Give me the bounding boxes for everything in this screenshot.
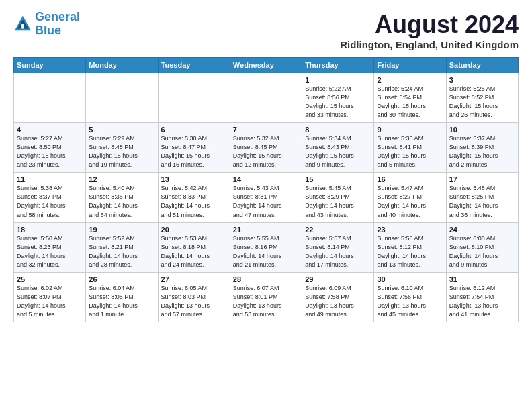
svg-rect-2	[21, 24, 24, 28]
day-number: 19	[89, 226, 154, 234]
calendar-table: SundayMondayTuesdayWednesdayThursdayFrid…	[13, 57, 519, 322]
calendar-cell: 13Sunrise: 5:42 AMSunset: 8:33 PMDayligh…	[158, 173, 230, 222]
month-title: August 2024	[340, 11, 519, 39]
calendar-cell: 19Sunrise: 5:52 AMSunset: 8:21 PMDayligh…	[86, 222, 158, 272]
day-info: Sunrise: 5:27 AMSunset: 8:50 PMDaylight:…	[17, 134, 83, 169]
calendar-cell: 18Sunrise: 5:50 AMSunset: 8:23 PMDayligh…	[14, 222, 86, 272]
day-info: Sunrise: 5:47 AMSunset: 8:27 PMDaylight:…	[377, 184, 443, 219]
day-number: 14	[233, 175, 299, 183]
day-number: 21	[233, 226, 299, 234]
week-row-3: 11Sunrise: 5:38 AMSunset: 8:37 PMDayligh…	[14, 173, 519, 222]
calendar-cell	[158, 73, 230, 123]
calendar-cell: 16Sunrise: 5:47 AMSunset: 8:27 PMDayligh…	[374, 173, 446, 222]
day-number: 31	[449, 275, 515, 283]
day-number: 2	[377, 76, 443, 84]
day-info: Sunrise: 5:24 AMSunset: 8:54 PMDaylight:…	[377, 85, 443, 120]
calendar-cell: 22Sunrise: 5:57 AMSunset: 8:14 PMDayligh…	[302, 222, 374, 272]
day-number: 23	[377, 226, 443, 234]
day-number: 13	[161, 175, 227, 183]
calendar-cell	[14, 73, 86, 123]
day-number: 26	[89, 275, 154, 283]
day-number: 11	[17, 175, 83, 183]
day-info: Sunrise: 5:52 AMSunset: 8:21 PMDaylight:…	[89, 234, 154, 269]
calendar-cell: 1Sunrise: 5:22 AMSunset: 8:56 PMDaylight…	[302, 73, 374, 123]
calendar-cell: 14Sunrise: 5:43 AMSunset: 8:31 PMDayligh…	[230, 173, 302, 222]
calendar-cell: 15Sunrise: 5:45 AMSunset: 8:29 PMDayligh…	[302, 173, 374, 222]
day-number: 6	[161, 126, 227, 134]
day-number: 12	[89, 175, 154, 183]
calendar-cell: 26Sunrise: 6:04 AMSunset: 8:05 PMDayligh…	[86, 272, 158, 322]
weekday-header-row: SundayMondayTuesdayWednesdayThursdayFrid…	[14, 58, 519, 73]
calendar-cell: 17Sunrise: 5:48 AMSunset: 8:25 PMDayligh…	[446, 173, 518, 222]
day-info: Sunrise: 6:05 AMSunset: 8:03 PMDaylight:…	[161, 284, 227, 319]
week-row-1: 1Sunrise: 5:22 AMSunset: 8:56 PMDaylight…	[14, 73, 519, 123]
weekday-header-tuesday: Tuesday	[158, 58, 230, 73]
calendar-cell: 10Sunrise: 5:37 AMSunset: 8:39 PMDayligh…	[446, 123, 518, 173]
weekday-header-saturday: Saturday	[446, 58, 518, 73]
logo: General Blue	[13, 11, 80, 38]
day-info: Sunrise: 5:42 AMSunset: 8:33 PMDaylight:…	[161, 184, 227, 219]
day-number: 28	[233, 275, 299, 283]
header: General Blue August 2024 Ridlington, Eng…	[13, 11, 519, 50]
day-number: 27	[161, 275, 227, 283]
week-row-4: 18Sunrise: 5:50 AMSunset: 8:23 PMDayligh…	[14, 222, 519, 272]
calendar-cell: 5Sunrise: 5:29 AMSunset: 8:48 PMDaylight…	[86, 123, 158, 173]
logo-text: General Blue	[35, 11, 80, 38]
calendar-cell: 29Sunrise: 6:09 AMSunset: 7:58 PMDayligh…	[302, 272, 374, 322]
calendar-cell	[86, 73, 158, 123]
day-number: 5	[89, 126, 154, 134]
calendar-cell	[230, 73, 302, 123]
calendar-cell: 23Sunrise: 5:58 AMSunset: 8:12 PMDayligh…	[374, 222, 446, 272]
day-info: Sunrise: 5:40 AMSunset: 8:35 PMDaylight:…	[89, 184, 154, 219]
logo-line2: Blue	[35, 24, 61, 37]
week-row-5: 25Sunrise: 6:02 AMSunset: 8:07 PMDayligh…	[14, 272, 519, 322]
calendar-cell: 12Sunrise: 5:40 AMSunset: 8:35 PMDayligh…	[86, 173, 158, 222]
calendar-cell: 2Sunrise: 5:24 AMSunset: 8:54 PMDaylight…	[374, 73, 446, 123]
calendar-cell: 21Sunrise: 5:55 AMSunset: 8:16 PMDayligh…	[230, 222, 302, 272]
weekday-header-thursday: Thursday	[302, 58, 374, 73]
day-info: Sunrise: 5:55 AMSunset: 8:16 PMDaylight:…	[233, 234, 299, 269]
calendar-body: 1Sunrise: 5:22 AMSunset: 8:56 PMDaylight…	[14, 73, 519, 322]
day-info: Sunrise: 6:00 AMSunset: 8:10 PMDaylight:…	[449, 234, 515, 269]
day-number: 7	[233, 126, 299, 134]
day-number: 30	[377, 275, 443, 283]
calendar-cell: 24Sunrise: 6:00 AMSunset: 8:10 PMDayligh…	[446, 222, 518, 272]
day-info: Sunrise: 5:50 AMSunset: 8:23 PMDaylight:…	[17, 234, 83, 269]
day-info: Sunrise: 6:09 AMSunset: 7:58 PMDaylight:…	[305, 284, 371, 319]
calendar-cell: 11Sunrise: 5:38 AMSunset: 8:37 PMDayligh…	[14, 173, 86, 222]
day-info: Sunrise: 5:29 AMSunset: 8:48 PMDaylight:…	[89, 134, 154, 169]
weekday-header-monday: Monday	[86, 58, 158, 73]
logo-icon	[13, 15, 32, 34]
day-number: 9	[377, 126, 443, 134]
day-info: Sunrise: 6:02 AMSunset: 8:07 PMDaylight:…	[17, 284, 83, 319]
day-number: 10	[449, 126, 515, 134]
day-number: 16	[377, 175, 443, 183]
day-info: Sunrise: 5:34 AMSunset: 8:43 PMDaylight:…	[305, 134, 371, 169]
day-info: Sunrise: 5:38 AMSunset: 8:37 PMDaylight:…	[17, 184, 83, 219]
logo-line1: General	[35, 10, 80, 24]
weekday-header-friday: Friday	[374, 58, 446, 73]
day-info: Sunrise: 5:57 AMSunset: 8:14 PMDaylight:…	[305, 234, 371, 269]
day-info: Sunrise: 5:53 AMSunset: 8:18 PMDaylight:…	[161, 234, 227, 269]
day-number: 15	[305, 175, 371, 183]
day-info: Sunrise: 5:48 AMSunset: 8:25 PMDaylight:…	[449, 184, 515, 219]
day-number: 18	[17, 226, 83, 234]
calendar-cell: 4Sunrise: 5:27 AMSunset: 8:50 PMDaylight…	[14, 123, 86, 173]
day-number: 3	[449, 76, 515, 84]
calendar-cell: 8Sunrise: 5:34 AMSunset: 8:43 PMDaylight…	[302, 123, 374, 173]
day-info: Sunrise: 5:45 AMSunset: 8:29 PMDaylight:…	[305, 184, 371, 219]
calendar-cell: 30Sunrise: 6:10 AMSunset: 7:56 PMDayligh…	[374, 272, 446, 322]
day-number: 17	[449, 175, 515, 183]
day-info: Sunrise: 5:37 AMSunset: 8:39 PMDaylight:…	[449, 134, 515, 169]
day-info: Sunrise: 5:32 AMSunset: 8:45 PMDaylight:…	[233, 134, 299, 169]
day-number: 8	[305, 126, 371, 134]
day-info: Sunrise: 6:04 AMSunset: 8:05 PMDaylight:…	[89, 284, 154, 319]
day-info: Sunrise: 5:35 AMSunset: 8:41 PMDaylight:…	[377, 134, 443, 169]
weekday-header-wednesday: Wednesday	[230, 58, 302, 73]
day-number: 4	[17, 126, 83, 134]
calendar-cell: 9Sunrise: 5:35 AMSunset: 8:41 PMDaylight…	[374, 123, 446, 173]
title-block: August 2024 Ridlington, England, United …	[340, 11, 519, 50]
weekday-header-sunday: Sunday	[14, 58, 86, 73]
day-info: Sunrise: 5:30 AMSunset: 8:47 PMDaylight:…	[161, 134, 227, 169]
day-info: Sunrise: 6:10 AMSunset: 7:56 PMDaylight:…	[377, 284, 443, 319]
